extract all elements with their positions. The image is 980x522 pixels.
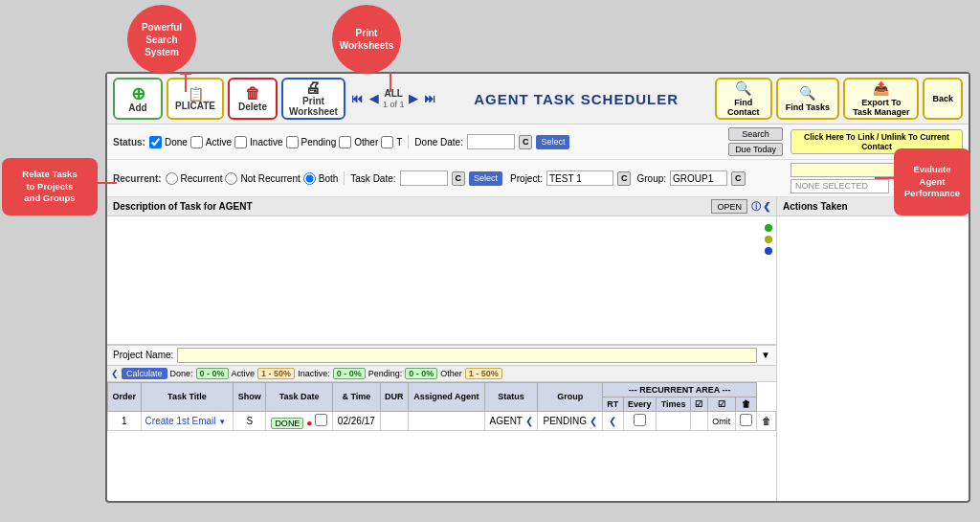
- nav-all-label: ALL: [384, 88, 402, 99]
- done-date-select-btn[interactable]: Select: [536, 135, 569, 149]
- duplicate-label: PLICATE: [175, 101, 215, 111]
- actions-textarea[interactable]: [781, 220, 965, 297]
- callout-print: Print Worksheets: [332, 5, 401, 74]
- title-dropdown[interactable]: ▼: [218, 418, 226, 426]
- find-tasks-button[interactable]: 🔍 Find Tasks: [776, 78, 839, 120]
- dot-yellow: [765, 236, 772, 243]
- col-check2: ☑: [707, 397, 735, 411]
- dot-blue: [765, 247, 772, 255]
- col-time: & Time: [333, 382, 380, 411]
- pending-progress-value: 0 - 0%: [405, 368, 437, 379]
- active-label: Active: [206, 137, 232, 148]
- t-checkbox[interactable]: [381, 136, 393, 148]
- add-icon: ⊕: [131, 85, 145, 102]
- find-tasks-icon: 🔍: [799, 85, 815, 101]
- pending-progress-label: Pending:: [368, 369, 403, 378]
- project-c-btn[interactable]: C: [617, 171, 632, 186]
- table-row: 1 Create 1st Email ▼ S DONE ● 0: [108, 411, 776, 430]
- app-title: AGENT TASK SCHEDULER: [441, 91, 710, 107]
- export-button[interactable]: 📤 Export To Task Manager: [843, 78, 919, 120]
- back-button[interactable]: Back: [923, 78, 963, 120]
- search-action-btns: Search Due Today: [728, 127, 783, 156]
- due-today-btn[interactable]: Due Today: [728, 143, 783, 156]
- pending-checkbox[interactable]: [286, 136, 299, 148]
- table-section: Order Task Title Show Task Date & Time D…: [107, 382, 776, 502]
- chevron-icon[interactable]: ❮: [763, 201, 770, 212]
- desc-left: [111, 220, 761, 340]
- duplicate-button[interactable]: 📋 PLICATE: [167, 78, 224, 120]
- nav-page-label: 1 of 1: [383, 100, 405, 109]
- app-window: ⊕ Add 📋 PLICATE 🗑 Delete 🖨 Print Workshe…: [105, 72, 970, 503]
- recurrent-options: Recurrent Not Recurrent Both: [166, 172, 339, 185]
- task-date-label: Task Date:: [350, 173, 395, 184]
- done-date-c-btn[interactable]: C: [519, 135, 533, 149]
- add-button[interactable]: ⊕ Add: [113, 78, 163, 120]
- cell-rt-checkbox[interactable]: [634, 414, 646, 426]
- group-input[interactable]: [670, 170, 727, 186]
- inactive-checkbox[interactable]: [234, 136, 247, 148]
- cell-checkbox[interactable]: [315, 414, 327, 426]
- project-input[interactable]: [546, 170, 613, 186]
- search-btn[interactable]: Search: [728, 127, 783, 141]
- calculate-btn[interactable]: Calculate: [122, 368, 167, 379]
- callout-search-arrow: [185, 73, 187, 92]
- recurrent-label: Recurrent:: [113, 173, 162, 184]
- done-progress-label: Done:: [170, 369, 193, 378]
- callout-relate-arrow: [98, 182, 117, 184]
- find-contact-button[interactable]: 🔍 Find Contact: [715, 78, 772, 120]
- task-date-select-btn[interactable]: Select: [469, 171, 502, 186]
- find-contact-label: Find Contact: [727, 98, 760, 117]
- done-checkbox[interactable]: [149, 136, 162, 148]
- cell-show: S: [234, 411, 266, 430]
- info-icon[interactable]: ⓘ: [751, 200, 761, 214]
- task-date-c-btn[interactable]: C: [452, 171, 466, 186]
- none-selected: NONE SELECTED: [791, 179, 889, 193]
- project-row: Project: C: [510, 170, 631, 186]
- project-name-label: Project Name:: [113, 350, 173, 360]
- print-label: Print Worksheet: [289, 96, 338, 117]
- nav-next[interactable]: ▶: [407, 91, 419, 106]
- cell-times: [691, 411, 708, 430]
- cell-time: [380, 411, 408, 430]
- not-recurrent-radio[interactable]: [225, 172, 237, 185]
- col-times: Times: [657, 397, 691, 411]
- nav-last[interactable]: ⏭: [422, 91, 437, 106]
- nav-first[interactable]: ⏮: [349, 91, 365, 106]
- delete-button[interactable]: 🗑 Delete: [228, 78, 278, 120]
- other-checkbox[interactable]: [339, 136, 351, 148]
- description-area: [107, 216, 776, 345]
- col-group: Group: [538, 382, 602, 411]
- cell-trash[interactable]: 🗑: [757, 411, 776, 430]
- duplicate-icon: 📋: [188, 87, 204, 101]
- left-section: Description of Task for AGENT OPEN ⓘ ❮: [107, 197, 777, 501]
- group-row: Group: C: [636, 170, 745, 186]
- cell-dur: [408, 411, 484, 430]
- print-button[interactable]: 🖨 Print Worksheet: [281, 78, 345, 120]
- done-date-label: Done Date:: [414, 137, 463, 148]
- both-radio[interactable]: [303, 172, 316, 185]
- project-name-input[interactable]: [177, 348, 757, 363]
- col-taskdate: Task Date: [266, 382, 333, 411]
- callout-evaluate-arrow: [875, 177, 894, 179]
- project-dropdown-icon[interactable]: ▼: [761, 350, 770, 360]
- active-checkbox[interactable]: [190, 136, 203, 148]
- cell-status: PENDING ❮: [538, 411, 602, 430]
- dot-list: [765, 220, 772, 340]
- done-date-row: Done Date: C Select: [414, 134, 569, 149]
- export-icon: 📤: [873, 80, 889, 96]
- cell-check-a[interactable]: [735, 411, 757, 430]
- back-label: Back: [932, 94, 953, 103]
- inactive-progress-label: Inactive:: [298, 369, 330, 378]
- done-date-input[interactable]: [467, 134, 515, 149]
- task-date-input[interactable]: [400, 170, 448, 186]
- cell-every: [657, 411, 691, 430]
- recurrent-radio[interactable]: [166, 172, 178, 185]
- group-c-btn[interactable]: C: [731, 171, 746, 186]
- description-textarea[interactable]: [111, 220, 761, 340]
- callout-search: Powerful Search System: [127, 5, 196, 74]
- description-open-btn[interactable]: OPEN: [711, 199, 747, 214]
- cell-done-status: DONE ●: [266, 411, 333, 430]
- nav-prev[interactable]: ◀: [368, 91, 380, 106]
- cell-title[interactable]: Create 1st Email ▼: [141, 411, 234, 430]
- cell-chk-a[interactable]: [740, 414, 752, 426]
